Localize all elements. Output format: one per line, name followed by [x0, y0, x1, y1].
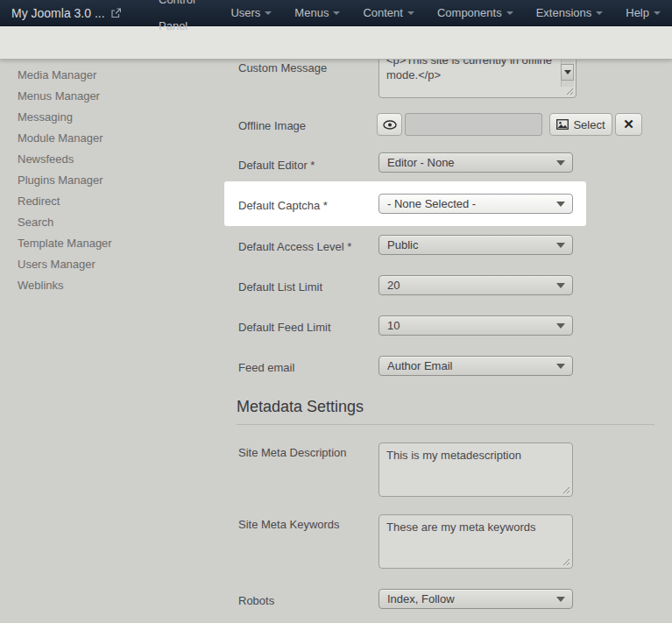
caret-down-icon — [556, 160, 565, 166]
menu-menus[interactable]: Menus — [283, 0, 351, 26]
image-icon — [556, 119, 569, 130]
caret-down-icon — [556, 283, 565, 288]
sidebar-item-template-manager[interactable]: Template Manager — [18, 233, 210, 254]
sidebar-item-module-manager[interactable]: Module Manager — [18, 128, 210, 149]
resize-handle-icon[interactable] — [562, 486, 570, 494]
sidebar-item-redirect[interactable]: Redirect — [18, 191, 210, 212]
menu-content[interactable]: Content — [351, 0, 426, 26]
caret-down-icon — [265, 11, 272, 15]
caret-down-icon — [556, 597, 565, 602]
caret-down-icon — [407, 11, 414, 15]
menu-users[interactable]: Users — [219, 0, 283, 26]
metadata-settings-heading: Metadata Settings — [237, 398, 364, 416]
caret-down-icon — [564, 70, 571, 74]
sidebar-item-media-manager[interactable]: Media Manager — [18, 65, 210, 86]
offline-image-label: Offline Image — [238, 119, 374, 132]
resize-handle-icon[interactable] — [566, 88, 574, 96]
sidebar-item-messaging[interactable]: Messaging — [18, 107, 210, 128]
default-list-limit-select[interactable]: 20 — [378, 275, 573, 295]
x-icon: ✕ — [623, 117, 634, 132]
default-access-label: Default Access Level * — [238, 240, 374, 253]
select-image-label: Select — [573, 118, 605, 131]
sidebar-item-users-manager[interactable]: Users Manager — [18, 254, 210, 275]
robots-select[interactable]: Index, Follow — [378, 589, 573, 609]
select-image-button[interactable]: Select — [549, 113, 612, 136]
default-list-limit-label: Default List Limit — [238, 280, 374, 294]
default-access-select[interactable]: Public — [378, 235, 573, 255]
sidebar-item-newsfeeds[interactable]: Newsfeeds — [18, 149, 210, 170]
menu-help[interactable]: Help — [614, 0, 672, 26]
sidebar-item-plugins-manager[interactable]: Plugins Manager — [18, 170, 210, 191]
feed-email-label: Feed email — [238, 361, 374, 374]
sidebar-item-search[interactable]: Search — [18, 212, 210, 233]
default-feed-limit-label: Default Feed Limit — [238, 321, 374, 334]
caret-down-icon — [654, 11, 661, 15]
clear-image-button[interactable]: ✕ — [615, 113, 642, 136]
offline-image-input[interactable] — [405, 113, 542, 136]
menu-control-panel[interactable]: Control Panel — [147, 0, 219, 26]
menu-components[interactable]: Components — [426, 0, 525, 26]
preview-button[interactable] — [377, 113, 402, 136]
robots-label: Robots — [238, 594, 374, 607]
caret-down-icon — [556, 364, 565, 369]
site-meta-description-textarea[interactable]: This is my metadescription — [378, 442, 573, 497]
joomla-admin-screen: Custom Message <p>This site is currently… — [0, 0, 672, 623]
default-feed-limit-select[interactable]: 10 — [378, 315, 573, 336]
caret-down-icon — [556, 202, 565, 207]
caret-down-icon — [596, 11, 603, 15]
default-captcha-label: Default Captcha * — [238, 199, 374, 212]
menu-extensions[interactable]: Extensions — [525, 0, 615, 26]
admin-menu: Control Panel Users Menus Content Compon… — [147, 0, 672, 26]
scrollbar-down-button[interactable] — [561, 64, 574, 81]
heading-divider — [237, 424, 654, 425]
caret-down-icon — [556, 323, 565, 329]
site-meta-keywords-textarea[interactable]: These are my meta keywords — [378, 514, 573, 569]
site-meta-description-label: Site Meta Description — [238, 446, 374, 459]
caret-down-icon — [506, 11, 513, 15]
site-title-link[interactable]: My Joomla 3.0 ... — [11, 0, 121, 26]
admin-sidebar: Media Manager Menus Manager Messaging Mo… — [18, 65, 210, 296]
site-meta-keywords-label: Site Meta Keywords — [238, 518, 374, 531]
default-captcha-select[interactable]: - None Selected - — [378, 194, 573, 214]
default-editor-label: Default Editor * — [238, 159, 374, 172]
sidebar-item-weblinks[interactable]: Weblinks — [18, 275, 210, 296]
external-link-icon — [110, 8, 121, 18]
eye-icon — [383, 120, 397, 130]
sidebar-item-menus-manager[interactable]: Menus Manager — [18, 86, 210, 107]
caret-down-icon — [333, 11, 340, 15]
default-editor-select[interactable]: Editor - None — [378, 152, 573, 173]
custom-message-label: Custom Message — [238, 61, 374, 74]
feed-email-select[interactable]: Author Email — [378, 356, 573, 376]
action-toolbar — [0, 26, 672, 60]
top-navbar: My Joomla 3.0 ... Control Panel Users Me… — [0, 0, 672, 26]
caret-down-icon — [556, 243, 565, 248]
resize-handle-icon[interactable] — [562, 558, 570, 566]
